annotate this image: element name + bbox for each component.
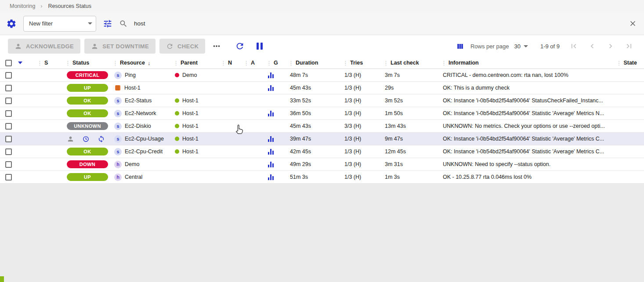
header-status[interactable]: ⋮ Status <box>62 57 109 69</box>
search-input[interactable] <box>133 20 622 27</box>
header-notes[interactable]: ⋮ N <box>217 57 240 69</box>
table-row[interactable]: UPHost-145m 43s1/3 (H)29sOK: This is a d… <box>0 82 644 94</box>
state-cell <box>606 69 644 81</box>
header-action[interactable]: ⋮ A <box>240 57 263 69</box>
resource-cell[interactable]: sPing <box>109 69 170 81</box>
tries-cell: 1/3 (H) <box>339 82 380 94</box>
row-checkbox[interactable] <box>5 98 12 104</box>
row-checkbox[interactable] <box>5 174 12 181</box>
status-pill: UP <box>67 84 108 92</box>
last-page-icon[interactable] <box>625 42 633 51</box>
filter-preset-select[interactable]: New filter <box>23 16 96 32</box>
row-checkbox[interactable] <box>5 123 12 130</box>
service-type-icon: s <box>114 135 122 143</box>
graph-icon[interactable] <box>268 149 274 155</box>
header-last-check[interactable]: ⋮ Last check <box>380 57 438 69</box>
service-type-icon: s <box>114 72 122 79</box>
resource-cell[interactable]: sEc2-Network <box>109 107 170 119</box>
row-checkbox[interactable] <box>5 110 12 117</box>
parent-cell <box>170 82 217 94</box>
next-page-icon[interactable] <box>606 42 615 51</box>
header-label: N <box>228 60 232 66</box>
resource-cell[interactable]: sEc2-Cpu-Credit <box>109 145 170 158</box>
rows-per-page-select[interactable]: 30 <box>514 43 528 50</box>
acknowledged-icon[interactable] <box>67 135 74 143</box>
header-state[interactable]: ⋮ State <box>606 57 644 69</box>
breadcrumb-resources-status[interactable]: Resources Status <box>48 3 91 9</box>
filter-tune-icon[interactable] <box>103 19 112 29</box>
table-row[interactable]: UPhCentral51m 3s1/3 (H)1m 3sOK - 10.25.8… <box>0 171 644 184</box>
graph-icon[interactable] <box>268 85 274 91</box>
graph-cell <box>263 69 285 81</box>
row-checkbox[interactable] <box>5 136 12 142</box>
graph-icon[interactable] <box>268 111 274 116</box>
column-grip-icon[interactable]: ⋮ <box>221 60 226 66</box>
table-row[interactable]: DOWNhDemo49m 29s1/3 (H)3m 31sUNKNOWN: Ne… <box>0 158 644 171</box>
header-tries[interactable]: ⋮ Tries <box>339 57 380 69</box>
filter-settings-gear-icon[interactable] <box>6 18 17 29</box>
status-cell: OK <box>62 94 109 107</box>
header-resource[interactable]: ⋮ Resource ↓ <box>109 57 170 69</box>
header-graph[interactable]: ⋮ G <box>263 57 285 69</box>
breadcrumb-monitoring[interactable]: Monitoring <box>10 3 35 9</box>
graph-icon[interactable] <box>268 162 274 167</box>
parent-cell: Demo <box>170 69 217 81</box>
resource-name: Demo <box>125 161 139 167</box>
row-checkbox[interactable] <box>5 161 12 168</box>
resource-cell[interactable]: hCentral <box>109 171 170 183</box>
resource-cell[interactable]: Host-1 <box>109 82 170 94</box>
column-grip-icon[interactable]: ⋮ <box>173 60 179 66</box>
table-row[interactable]: CRITICALsPingDemo48m 7s1/3 (H)3m 7sCRITI… <box>0 69 644 82</box>
table-row[interactable]: OKsEc2-StatusHost-133m 52s1/3 (H)3m 52sO… <box>0 94 644 107</box>
row-checkbox[interactable] <box>5 72 12 79</box>
check-button[interactable]: CHECK <box>159 39 205 54</box>
clear-search-icon[interactable] <box>628 18 638 29</box>
parent-cell <box>170 171 217 183</box>
first-page-icon[interactable] <box>569 42 578 51</box>
acknowledge-button[interactable]: ACKNOWLEDGE <box>8 39 80 54</box>
header-duration[interactable]: ⋮ Duration <box>285 57 339 69</box>
column-grip-icon[interactable]: ⋮ <box>112 60 118 66</box>
resource-cell[interactable]: sEc2-Cpu-Usage <box>109 133 170 145</box>
refresh-list-button[interactable] <box>234 40 246 52</box>
table-row[interactable]: UNKNOWNsEc2-DiskioHost-145m 43s3/3 (H)13… <box>0 120 644 133</box>
header-information[interactable]: ⋮ Information <box>438 57 606 69</box>
column-grip-icon[interactable]: ⋮ <box>37 60 43 66</box>
graph-icon[interactable] <box>268 136 274 142</box>
column-grip-icon[interactable]: ⋮ <box>243 60 249 66</box>
graph-icon[interactable] <box>268 72 274 78</box>
downtime-icon[interactable] <box>82 135 90 143</box>
pause-auto-refresh-button[interactable] <box>256 42 264 51</box>
set-downtime-button[interactable]: SET DOWNTIME <box>84 39 156 54</box>
edit-columns-button[interactable] <box>455 41 465 51</box>
previous-page-icon[interactable] <box>588 42 597 51</box>
column-grip-icon[interactable]: ⋮ <box>343 60 348 66</box>
table-row[interactable]: OKsEc2-Cpu-CreditHost-142m 45s1/3 (H)12m… <box>0 145 644 158</box>
sync-icon[interactable] <box>98 135 105 143</box>
row-checkbox[interactable] <box>5 148 12 155</box>
select-options-caret-icon[interactable] <box>18 61 22 64</box>
resource-cell[interactable]: sEc2-Status <box>109 94 170 107</box>
column-grip-icon[interactable]: ⋮ <box>288 60 294 66</box>
row-checkbox[interactable] <box>5 85 12 91</box>
tries-cell: 1/3 (H) <box>339 158 380 170</box>
column-grip-icon[interactable]: ⋮ <box>441 57 447 69</box>
table-row[interactable]: OKsEc2-NetworkHost-136m 50s1/3 (H)1m 50s… <box>0 107 644 120</box>
resource-name: Ec2-Status <box>125 98 152 104</box>
status-pill: OK <box>67 148 108 155</box>
column-grip-icon[interactable]: ⋮ <box>383 60 389 66</box>
column-grip-icon[interactable]: ⋮ <box>266 60 272 66</box>
table-row[interactable]: sEc2-Cpu-UsageHost-139m 47s1/3 (H)9m 47s… <box>0 133 644 145</box>
information-cell: UNKNOWN: Need to specify --status option… <box>438 158 606 170</box>
resource-cell[interactable]: hDemo <box>109 158 170 170</box>
column-grip-icon[interactable]: ⋮ <box>65 60 71 66</box>
header-severity[interactable]: ⋮ S <box>33 57 62 69</box>
graph-icon[interactable] <box>268 174 274 180</box>
column-grip-icon[interactable]: ⋮ <box>616 60 622 66</box>
sort-descending-icon[interactable]: ↓ <box>148 60 151 66</box>
resource-cell[interactable]: sEc2-Diskio <box>109 120 170 132</box>
select-all-checkbox[interactable] <box>5 60 12 66</box>
more-actions-button[interactable] <box>209 40 224 52</box>
header-parent[interactable]: ⋮ Parent <box>170 57 217 69</box>
filter-preset-value: New filter <box>29 20 53 27</box>
